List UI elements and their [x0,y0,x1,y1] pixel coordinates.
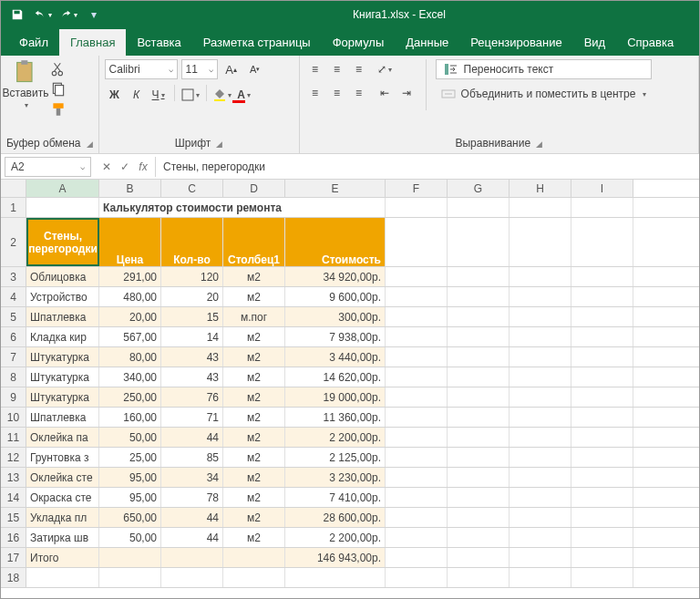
cell[interactable]: 7 410,00р. [285,488,386,507]
cell[interactable]: 44 [161,528,223,547]
cell[interactable]: 20 [161,287,223,306]
cell[interactable]: 3 440,00р. [285,347,386,367]
cell[interactable] [386,218,448,266]
cell[interactable] [448,568,510,587]
enter-icon[interactable]: ✓ [117,160,133,173]
cell[interactable] [386,528,448,547]
cell[interactable] [510,387,571,407]
col-header[interactable]: G [448,180,510,197]
cell[interactable] [386,347,448,367]
cell[interactable] [386,568,448,587]
cell[interactable] [448,428,510,447]
cell[interactable]: Стоимость [285,218,386,266]
cell[interactable]: Калькулятор стоимости ремонта [99,198,386,217]
cell[interactable]: м2 [223,448,285,467]
cell[interactable] [386,387,448,407]
undo-icon[interactable]: ▾ [32,4,54,26]
row-header[interactable]: 4 [1,287,26,306]
col-header[interactable]: I [571,180,633,197]
row-header[interactable]: 2 [1,218,26,266]
cell[interactable] [448,548,510,567]
cell[interactable]: Шпатлевка [26,408,99,427]
cell[interactable]: 2 200,00р. [285,528,386,547]
save-icon[interactable] [6,4,28,26]
cell[interactable]: м2 [223,327,285,346]
cell[interactable]: 95,00 [99,468,161,487]
italic-button[interactable]: К [127,85,147,105]
cell[interactable] [571,468,633,487]
col-header[interactable]: E [285,180,386,197]
font-color-button[interactable]: A▾ [234,85,254,105]
cell[interactable] [26,198,99,217]
cell[interactable]: м2 [223,408,285,427]
cell[interactable]: 250,00 [99,387,161,407]
cell[interactable] [571,198,633,217]
tab-home[interactable]: Главная [59,29,126,56]
copy-icon[interactable] [50,81,67,98]
cell[interactable]: Кол-во [161,218,223,266]
cell[interactable]: м2 [223,347,285,367]
cell[interactable]: м2 [223,287,285,306]
cell[interactable] [510,287,571,306]
paste-button[interactable]: Вставить ▾ [6,59,45,118]
cell[interactable]: 340,00 [99,367,161,387]
cell[interactable]: 480,00 [99,287,161,306]
cell[interactable]: 34 [161,468,223,487]
cell[interactable]: м2 [223,508,285,527]
cell[interactable]: 120 [161,267,223,286]
cell[interactable] [386,198,448,217]
cell[interactable] [510,548,571,567]
name-box[interactable]: A2⌵ [5,157,91,177]
format-painter-icon[interactable] [50,101,67,118]
cell[interactable] [510,568,571,587]
cell[interactable] [448,488,510,507]
redo-icon[interactable]: ▾ [57,4,79,26]
cell[interactable] [510,198,571,217]
fx-icon[interactable]: fx [135,160,151,173]
cell[interactable] [571,508,633,527]
cell[interactable]: м2 [223,488,285,507]
cell[interactable]: 300,00р. [285,307,386,326]
wrap-text-button[interactable]: Переносить текст [436,59,653,79]
col-header[interactable]: F [386,180,448,197]
font-launcher-icon[interactable]: ◢ [216,139,222,149]
cell[interactable] [99,548,161,567]
cell[interactable] [386,428,448,447]
align-right-icon[interactable]: ≡ [349,83,369,103]
cell[interactable]: 71 [161,408,223,427]
formula-input[interactable]: Стены, перегородки [156,157,699,177]
cell[interactable]: 3 230,00р. [285,468,386,487]
col-header[interactable]: B [99,180,161,197]
tab-formulas[interactable]: Формулы [322,29,396,56]
cell[interactable] [448,408,510,427]
cell[interactable] [510,468,571,487]
bold-button[interactable]: Ж [105,85,125,105]
row-header[interactable]: 17 [1,548,26,567]
cell[interactable]: Штукатурка [26,387,99,407]
qat-more-icon[interactable]: ▾ [83,4,105,26]
cell[interactable]: 44 [161,508,223,527]
grow-font-icon[interactable]: A▴ [221,59,242,79]
tab-layout[interactable]: Разметка страницы [192,29,322,56]
cell[interactable]: 11 360,00р. [285,408,386,427]
cell[interactable]: 567,00 [99,327,161,346]
col-header[interactable]: A [26,180,99,197]
cell[interactable] [510,448,571,467]
cell[interactable] [26,568,99,587]
cell[interactable] [386,287,448,306]
align-left-icon[interactable]: ≡ [305,83,325,103]
cell[interactable]: 78 [161,488,223,507]
cell[interactable]: Грунтовка з [26,448,99,467]
cell[interactable] [448,528,510,547]
cell[interactable]: 160,00 [99,408,161,427]
fill-color-button[interactable]: ▾ [212,85,232,105]
cell[interactable] [448,508,510,527]
cell[interactable] [386,488,448,507]
cell[interactable] [510,428,571,447]
clipboard-launcher-icon[interactable]: ◢ [87,139,93,149]
row-header[interactable]: 7 [1,347,26,367]
row-header[interactable]: 3 [1,267,26,286]
align-top-icon[interactable]: ≡ [305,59,325,79]
col-header[interactable]: D [223,180,285,197]
cell[interactable] [571,267,633,286]
